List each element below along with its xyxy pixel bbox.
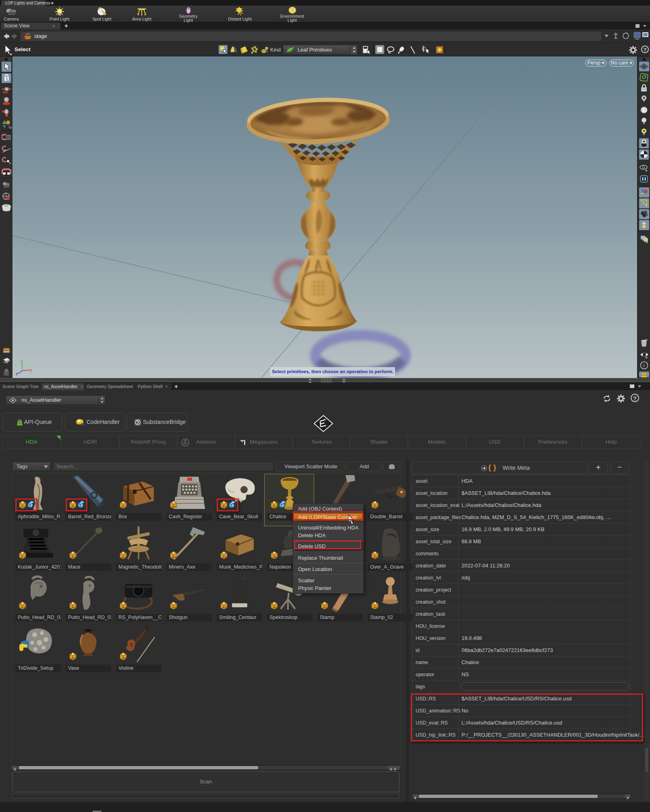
svg-text:D.A: D.A bbox=[374, 505, 378, 508]
svg-text:D.A: D.A bbox=[122, 606, 126, 608]
svg-text:D.A: D.A bbox=[172, 606, 177, 608]
svg-text:D.A: D.A bbox=[374, 606, 378, 608]
svg-text:z: z bbox=[16, 372, 18, 376]
svg-text:D.A: D.A bbox=[122, 657, 126, 659]
svg-text:D.A: D.A bbox=[21, 606, 26, 608]
svg-text:x: x bbox=[30, 368, 32, 372]
svg-text:D.A: D.A bbox=[374, 556, 378, 558]
svg-text:D.A: D.A bbox=[273, 556, 277, 558]
svg-text:i: i bbox=[643, 363, 644, 368]
svg-text:D.A: D.A bbox=[172, 505, 177, 508]
svg-text:D.A: D.A bbox=[72, 556, 76, 558]
svg-text:D.A: D.A bbox=[72, 657, 76, 659]
svg-text:D.A: D.A bbox=[172, 556, 177, 558]
svg-text:D.A: D.A bbox=[223, 606, 227, 608]
svg-text:D.A: D.A bbox=[122, 556, 126, 558]
svg-text:D.A: D.A bbox=[72, 606, 76, 608]
svg-text:D.A: D.A bbox=[122, 505, 126, 508]
svg-text:D.A: D.A bbox=[21, 556, 26, 558]
svg-text:D.A: D.A bbox=[273, 505, 277, 508]
svg-text:D.A: D.A bbox=[273, 606, 277, 608]
svg-text:D.A: D.A bbox=[323, 606, 328, 608]
svg-text:y: y bbox=[21, 359, 23, 363]
svg-text:D.A: D.A bbox=[223, 556, 227, 558]
